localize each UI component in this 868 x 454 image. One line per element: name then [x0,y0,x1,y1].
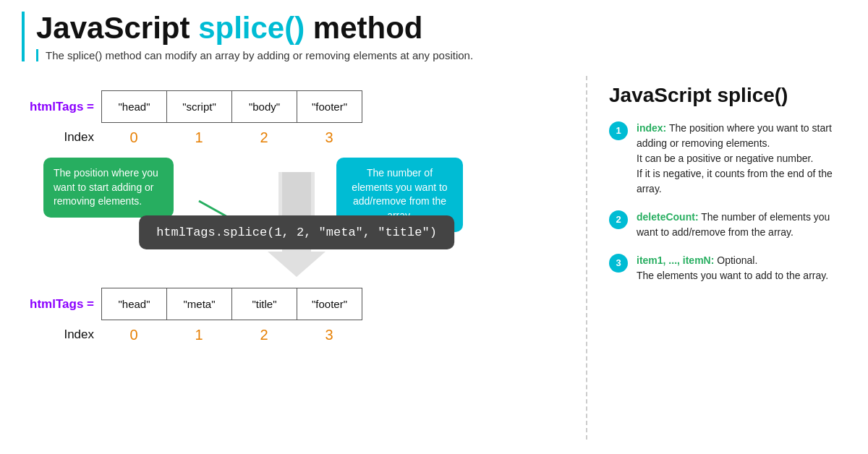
right-panel: JavaScript splice() 1 index: The positio… [586,76,846,440]
array-after-index-0: 0 [101,322,166,348]
array-before-section: htmlTags = "head" "script" "body" "foote… [22,90,571,150]
array-before-index-table: 0 1 2 3 [101,124,362,150]
param-desc-3: item1, ..., itemN: Optional.The elements… [637,253,828,283]
array-before-index-row: Index 0 1 2 3 [22,124,571,150]
page-title: JavaScript splice() method [36,12,846,45]
param-desc-1: index: The position where you want to st… [637,121,846,197]
param-desc-2: deleteCount: The number of elements you … [637,210,846,240]
array-before-cell-1: "script" [167,91,232,123]
index-label-before: Index [22,130,94,145]
array-after-values-row: "head" "meta" "title" "footer" [102,288,362,320]
title-suffix: method [305,11,422,45]
array-after-table: "head" "meta" "title" "footer" [101,288,362,320]
subtitle-text: The splice() method can modify an array … [36,49,846,61]
array-after-index-table: 0 1 2 3 [101,322,362,348]
right-panel-title: JavaScript splice() [609,83,846,108]
array-after-index-row: Index 0 1 2 3 [22,322,571,348]
header-section: JavaScript splice() method The splice() … [22,12,846,61]
tooltip-green: The position where you want to start add… [43,158,174,218]
array-before-row: htmlTags = "head" "script" "body" "foote… [22,90,571,123]
param-name-2: deleteCount: [637,211,699,223]
index-label-after: Index [22,327,94,342]
param-name-3: item1, ..., itemN: [637,254,714,266]
splice-call-box: htmlTags.splice(1, 2, "meta", "title") [139,215,454,249]
title-prefix: JavaScript [36,11,198,45]
param-item-2: 2 deleteCount: The number of elements yo… [609,210,846,240]
array-before-index-0: 0 [101,124,166,150]
array-after-section: htmlTags = "head" "meta" "title" "footer… [22,288,571,348]
array-after-cell-1: "meta" [167,288,232,320]
left-panel: htmlTags = "head" "script" "body" "foote… [22,76,586,440]
array-before-index-1: 1 [166,124,231,150]
array-before-values-row: "head" "script" "body" "footer" [102,91,362,123]
array-after-index-1: 1 [166,322,231,348]
param-item-1: 1 index: The position where you want to … [609,121,846,197]
param-text-1: The position where you want to start add… [637,122,833,194]
array-after-cell-0: "head" [102,288,167,320]
array-before-cell-3: "footer" [297,91,362,123]
array-before-indices-row: 0 1 2 3 [101,124,362,150]
array-before-cell-0: "head" [102,91,167,123]
array-before-index-2: 2 [231,124,297,150]
param-name-1: index: [637,122,666,134]
param-item-3: 3 item1, ..., itemN: Optional.The elemen… [609,253,846,283]
array-after-cell-3: "footer" [297,288,362,320]
param-number-1: 1 [609,121,628,140]
array-before-table: "head" "script" "body" "footer" [101,90,362,123]
middle-section: The position where you want to start add… [22,158,571,280]
main-container: htmlTags = "head" "script" "body" "foote… [0,61,868,454]
array-before-cell-2: "body" [232,91,297,123]
param-number-2: 2 [609,210,628,229]
array-after-cell-2: "title" [232,288,297,320]
array-after-indices-row: 0 1 2 3 [101,322,362,348]
param-number-3: 3 [609,254,628,273]
array-before-index-3: 3 [297,124,362,150]
title-highlight: splice() [198,11,305,45]
array-after-index-2: 2 [231,322,297,348]
array-before-label: htmlTags = [22,100,94,114]
array-after-index-3: 3 [297,322,362,348]
array-after-label: htmlTags = [22,297,94,312]
param-list: 1 index: The position where you want to … [609,121,846,283]
array-after-row: htmlTags = "head" "meta" "title" "footer… [22,288,571,320]
